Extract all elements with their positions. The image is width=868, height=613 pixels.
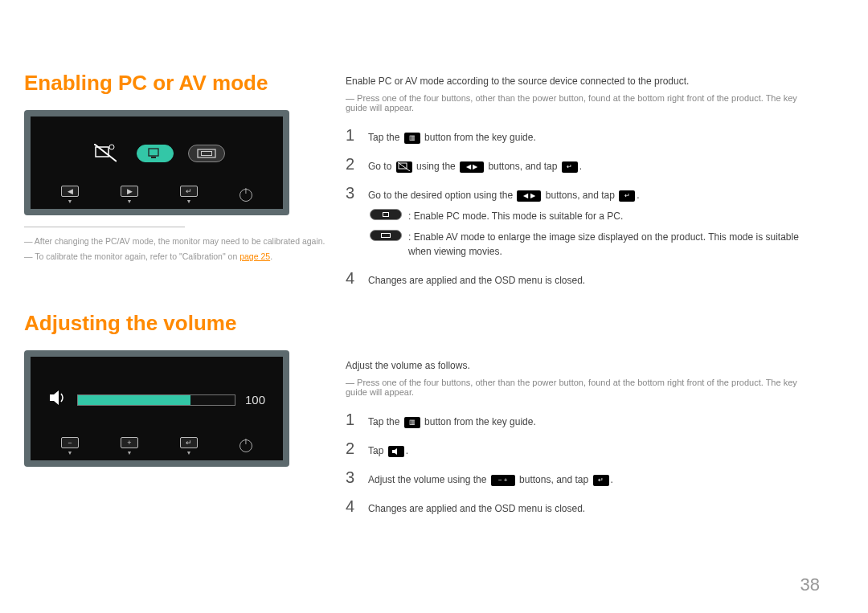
menu-button-icon: ▥ <box>404 133 420 144</box>
power-key-icon <box>240 439 252 452</box>
section1-intro: Enable PC or AV mode according to the so… <box>346 74 820 88</box>
heading-adjusting-volume: Adjusting the volume <box>24 311 338 336</box>
section1-intro-note: Press one of the four buttons, other tha… <box>346 93 820 112</box>
section2-steps: 1 Tap the ▥ button from the key guide. 2… <box>346 411 820 516</box>
step-number: 4 <box>346 498 358 514</box>
pc-mode-icon <box>370 209 402 220</box>
menu-button-icon: ▥ <box>404 417 420 428</box>
step-number: 2 <box>346 156 358 172</box>
step-number: 1 <box>346 127 358 143</box>
svg-rect-6 <box>202 152 212 156</box>
step-number: 3 <box>346 469 358 485</box>
svg-rect-3 <box>149 149 158 156</box>
divider <box>24 227 185 227</box>
section1-steps: 1 Tap the ▥ button from the key guide. 2… <box>346 127 820 288</box>
footnote-2: ― To calibrate the monitor again, refer … <box>24 249 338 264</box>
brightness-icon <box>88 142 122 165</box>
pcav-target-icon <box>396 161 412 173</box>
left-key-icon: ◀ <box>61 186 79 197</box>
step-number: 3 <box>346 185 358 201</box>
osd-screenshot-pcav: ◀▼ ▶▼ ↵▼ <box>24 110 289 215</box>
right-key-icon: ▶ <box>121 186 138 197</box>
heading-pc-av-mode: Enabling PC or AV mode <box>24 71 338 96</box>
section2-intro-note: Press one of the four buttons, other tha… <box>346 378 820 397</box>
av-mode-icon <box>370 230 402 241</box>
svg-rect-5 <box>198 149 215 157</box>
plus-key-icon: + <box>121 437 138 448</box>
step-number: 4 <box>346 270 358 286</box>
av-mode-pill <box>188 145 225 162</box>
enter-button-icon: ↵ <box>619 190 635 202</box>
speaker-icon <box>48 389 68 411</box>
volume-value: 100 <box>245 393 265 407</box>
enter-button-icon: ↵ <box>562 161 578 173</box>
minus-key-icon: − <box>61 437 79 448</box>
svg-rect-0 <box>96 147 108 157</box>
left-right-buttons-icon: ◀ ▶ <box>460 161 484 173</box>
enter-key-icon: ↵ <box>180 437 198 448</box>
pc-mode-pill <box>137 145 174 162</box>
page-number: 38 <box>800 574 820 595</box>
svg-marker-7 <box>50 390 59 405</box>
osd-screenshot-volume: 100 −▼ +▼ ↵▼ <box>24 350 289 467</box>
speaker-button-icon <box>388 446 404 457</box>
volume-bar <box>77 394 235 406</box>
step-number: 2 <box>346 440 358 456</box>
enter-button-icon: ↵ <box>593 475 609 486</box>
section2-intro: Adjust the volume as follows. <box>346 358 820 373</box>
power-key-icon <box>240 189 252 202</box>
left-right-buttons-icon: ◀ ▶ <box>517 190 541 202</box>
page-25-link[interactable]: page 25 <box>240 251 270 261</box>
step-number: 1 <box>346 411 358 427</box>
footnote-1: ― After changing the PC/AV mode, the mon… <box>24 234 338 249</box>
svg-rect-4 <box>151 157 156 158</box>
svg-line-9 <box>398 162 410 171</box>
svg-marker-10 <box>392 448 397 455</box>
minus-plus-buttons-icon: − + <box>491 475 515 486</box>
enter-key-icon: ↵ <box>180 186 198 197</box>
svg-point-2 <box>109 145 114 149</box>
